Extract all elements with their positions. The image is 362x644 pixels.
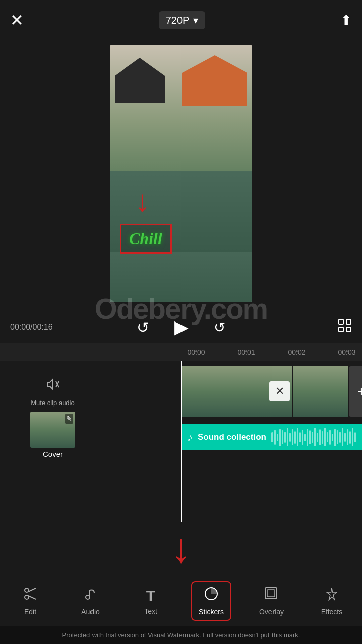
timeline-ruler: 00:00 00:01 00:02 00:03 xyxy=(0,343,362,361)
svg-rect-1 xyxy=(346,319,351,324)
toolbar-audio[interactable]: Audio xyxy=(70,582,111,620)
svg-rect-3 xyxy=(346,327,351,332)
house-area xyxy=(110,53,252,113)
toolbar-edit[interactable]: Edit xyxy=(10,582,50,620)
audio-label: Audio xyxy=(81,608,100,616)
ruler-mark-1: 00:01 xyxy=(221,348,272,356)
chevron-down-icon: ▾ xyxy=(193,14,198,26)
timeline-left-controls: Mute clip audio ✎ Cover xyxy=(0,371,106,458)
svg-line-8 xyxy=(28,588,36,592)
video-background: ↓ Chill xyxy=(110,45,252,302)
header: ✕ 720P ▾ ⬆ xyxy=(0,0,362,40)
video-clip-1[interactable]: ✕ xyxy=(181,366,292,417)
play-button[interactable]: ▶ xyxy=(174,316,189,338)
svg-rect-14 xyxy=(267,590,275,597)
ruler-mark-2: 00:02 xyxy=(272,348,322,356)
sticker-pointer-arrow: ↓ xyxy=(171,528,191,569)
time-display: 00:00/00:16 xyxy=(10,323,53,332)
svg-rect-2 xyxy=(339,327,343,332)
toolbar-effects[interactable]: Effects xyxy=(312,582,352,620)
timeline-area: Mute clip audio ✎ Cover ✕ + ♪ Sound coll… xyxy=(0,361,362,522)
scissors-icon xyxy=(23,586,38,605)
toolbar-text[interactable]: T Text xyxy=(131,583,171,619)
svg-rect-0 xyxy=(339,319,343,324)
text-icon: T xyxy=(146,587,155,604)
overlay-label: Overlay xyxy=(259,608,284,616)
video-clip-2[interactable] xyxy=(293,366,348,417)
delete-icon: ✕ xyxy=(275,385,284,398)
music-icon xyxy=(83,586,98,605)
sticker-icon xyxy=(204,586,219,605)
ruler-mark-0: 00:00 xyxy=(171,348,221,356)
quality-label: 720P xyxy=(166,15,190,26)
ruler-marks: 00:00 00:01 00:02 00:03 xyxy=(0,348,362,356)
close-button[interactable]: ✕ xyxy=(10,11,24,30)
clips-strip: ✕ + xyxy=(181,361,362,422)
effects-icon xyxy=(324,586,339,605)
toolbar-overlay[interactable]: Overlay xyxy=(251,582,292,620)
svg-line-9 xyxy=(28,596,36,599)
overlay-icon xyxy=(264,586,279,605)
playback-controls: 00:00/00:16 ↺ ▶ ↺ xyxy=(0,312,362,342)
edit-label: Edit xyxy=(24,608,36,616)
mute-clip-button[interactable]: Mute clip audio xyxy=(31,376,74,407)
edit-pencil-icon: ✎ xyxy=(65,414,73,424)
undo-button[interactable]: ↺ xyxy=(137,318,149,336)
fullscreen-button[interactable] xyxy=(338,318,352,336)
watermark-notice-text: Protected with trial version of Visual W… xyxy=(62,631,300,639)
video-preview: ↓ Chill xyxy=(110,45,252,302)
plus-icon: + xyxy=(357,383,362,399)
svg-point-6 xyxy=(25,595,29,599)
video-arrow-indicator: ↓ xyxy=(135,186,150,216)
toolbar-stickers[interactable]: Stickers xyxy=(191,581,231,621)
ruler-mark-3: 00:03 xyxy=(322,348,362,356)
bottom-toolbar: Edit Audio T Text Stickers xyxy=(0,576,362,626)
music-note-icon: ♪ xyxy=(187,431,193,444)
house-right xyxy=(182,55,247,106)
playhead xyxy=(181,361,182,522)
sound-strip[interactable]: ♪ Sound collection xyxy=(181,424,362,450)
svg-point-10 xyxy=(86,595,90,599)
chill-sticker-box[interactable]: Chill xyxy=(120,224,172,254)
cover-thumbnail: ✎ xyxy=(30,412,75,448)
speaker-icon xyxy=(45,376,61,396)
add-clip-button[interactable]: + xyxy=(349,366,362,417)
mute-clip-label: Mute clip audio xyxy=(31,399,74,407)
sound-collection-label: Sound collection xyxy=(198,432,266,442)
svg-point-7 xyxy=(25,588,29,592)
watermark-notice: Protected with trial version of Visual W… xyxy=(0,626,362,644)
clip-delete-button[interactable]: ✕ xyxy=(269,381,290,401)
text-label: Text xyxy=(144,607,157,615)
effects-label: Effects xyxy=(321,608,343,616)
waveform-visual xyxy=(272,428,356,446)
undo-button-2[interactable]: ↺ xyxy=(214,319,225,336)
cover-label: Cover xyxy=(43,450,63,458)
cover-button[interactable]: ✎ Cover xyxy=(30,412,75,458)
house-left xyxy=(115,58,165,103)
export-button[interactable]: ⬆ xyxy=(340,12,352,29)
chill-text: Chill xyxy=(129,229,162,248)
stickers-label: Stickers xyxy=(199,608,224,616)
quality-selector[interactable]: 720P ▾ xyxy=(159,11,206,29)
